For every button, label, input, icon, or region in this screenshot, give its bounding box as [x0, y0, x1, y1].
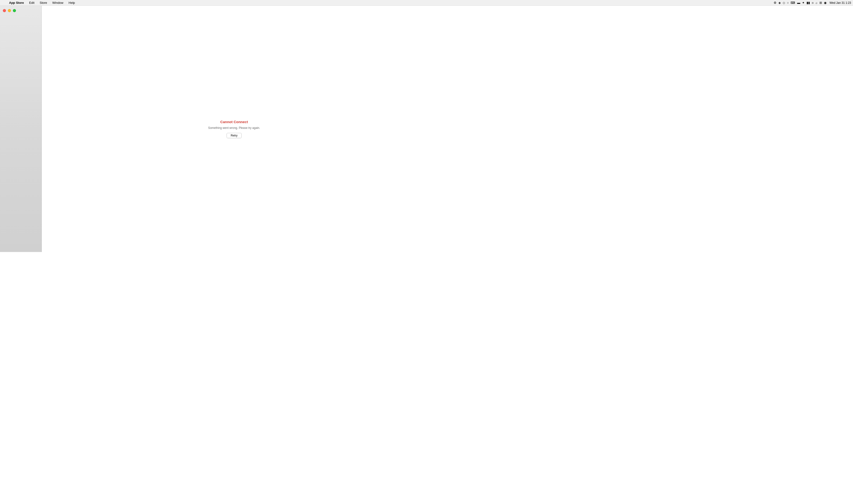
error-subtitle: Something went wrong. Please try again.	[208, 126, 260, 130]
retry-button[interactable]: Retry	[227, 133, 242, 138]
main-content: Cannot Connect Something went wrong. Ple…	[42, 6, 427, 252]
menubar-window[interactable]: Window	[52, 0, 64, 5]
app-window: Cannot Connect Something went wrong. Ple…	[0, 6, 427, 252]
menubar-edit[interactable]: Edit	[28, 0, 35, 5]
error-title: Cannot Connect	[220, 120, 248, 124]
menubar-help[interactable]: Help	[68, 0, 76, 5]
close-button[interactable]	[3, 9, 6, 12]
menubar-app-store[interactable]: App Store	[8, 0, 25, 5]
traffic-lights	[3, 9, 16, 12]
menubar-left: App Store Edit Store Window Help	[2, 0, 76, 5]
minimize-button[interactable]	[8, 9, 11, 12]
menubar-store[interactable]: Store	[39, 0, 48, 5]
apple-menu[interactable]	[2, 2, 4, 3]
maximize-button[interactable]	[13, 9, 16, 12]
error-container: Cannot Connect Something went wrong. Ple…	[208, 120, 260, 138]
sidebar	[0, 6, 42, 252]
menubar: App Store Edit Store Window Help ⚙ ◈ ◇ ○…	[0, 0, 427, 6]
